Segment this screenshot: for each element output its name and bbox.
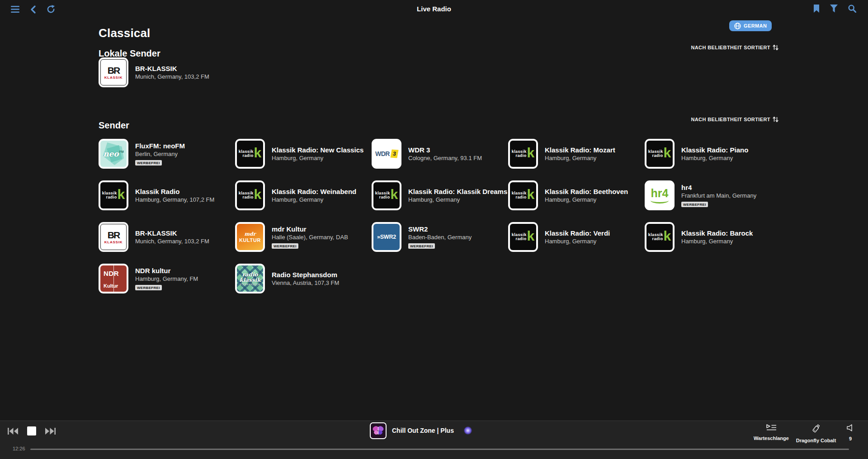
station-location: Hamburg, Germany bbox=[272, 196, 356, 203]
station-location: Baden-Baden, Germany bbox=[408, 234, 472, 241]
volume-level: 9 bbox=[849, 436, 852, 441]
volume-control[interactable]: 9 bbox=[840, 423, 861, 441]
station-name: BR-KLASSIK bbox=[135, 65, 209, 73]
sort-control-local[interactable]: NACH BELIEBTHEIT SORTIERT bbox=[691, 44, 778, 51]
station-location: Vienna, Austria, 107,3 FM bbox=[272, 279, 339, 287]
station-logo: hr4 bbox=[645, 180, 675, 210]
station-text: Klassik Radio: Verdi Hamburg, Germany bbox=[545, 229, 610, 245]
section-heading-sender: Sender bbox=[99, 120, 129, 131]
station-card[interactable]: neoFM FluxFM: neoFM Berlin, Germany WERB… bbox=[99, 139, 231, 169]
elapsed-time: 12:26 bbox=[13, 446, 25, 451]
station-text: Klassik Radio Hamburg, Germany, 107,2 FM bbox=[135, 188, 214, 203]
next-track-icon[interactable] bbox=[45, 427, 56, 435]
sort-control-sender[interactable]: NACH BELIEBTHEIT SORTIERT bbox=[691, 116, 778, 123]
language-filter-button[interactable]: GERMAN bbox=[729, 20, 772, 31]
station-location: Hamburg, Germany bbox=[545, 196, 628, 203]
station-text: hr4 Frankfurt am Main, Germany WERBEFREI bbox=[681, 184, 756, 208]
klassik-radio-logo: klassikradiok bbox=[510, 182, 536, 208]
station-location: Halle (Saale), Germany, DAB bbox=[272, 234, 348, 241]
station-logo: klassikradiok bbox=[372, 180, 401, 210]
search-icon[interactable] bbox=[848, 5, 856, 13]
station-card[interactable]: klassikradiok Klassik Radio: Klassik Dre… bbox=[372, 180, 504, 210]
stop-button[interactable] bbox=[27, 426, 36, 435]
station-card[interactable]: »SWR2 SWR2 Baden-Baden, Germany WERBEFRE… bbox=[372, 222, 504, 252]
station-logo: klassikradiok bbox=[99, 180, 128, 210]
station-text: SWR2 Baden-Baden, Germany WERBEFREI bbox=[408, 225, 472, 249]
station-text: Klassik Radio: New Classics Hamburg, Ger… bbox=[272, 146, 363, 162]
station-card[interactable]: klassikradiok Klassik Radio: Mozart Hamb… bbox=[508, 139, 640, 169]
station-card[interactable]: klassikradiok Klassik Radio: New Classic… bbox=[235, 139, 367, 169]
transport-controls bbox=[7, 426, 56, 435]
station-card[interactable]: WDR3 WDR 3 Cologne, Germany, 93.1 FM bbox=[372, 139, 504, 169]
queue-button[interactable]: Warteschlange bbox=[750, 423, 792, 441]
menu-icon[interactable] bbox=[11, 6, 19, 13]
station-text: Radio Stephansdom Vienna, Austria, 107,3… bbox=[272, 271, 339, 287]
station-card[interactable]: klassikradiok Klassik Radio: Verdi Hambu… bbox=[508, 222, 640, 252]
station-text: Klassik Radio: Piano Hamburg, Germany bbox=[681, 146, 748, 162]
page-title: Live Radio bbox=[0, 5, 868, 13]
klassik-radio-logo: klassikradiok bbox=[510, 224, 536, 250]
ad-free-badge: WERBEFREI bbox=[135, 160, 162, 166]
klassik-radio-logo: klassikradiok bbox=[237, 182, 263, 208]
butterfly-artwork bbox=[371, 423, 386, 438]
wdr3-logo: WDR3 bbox=[373, 141, 400, 167]
station-card[interactable]: klassikradiok Klassik Radio: Weinabend H… bbox=[235, 180, 367, 210]
station-card[interactable]: mdrKULTUR mdr Kultur Halle (Saale), Germ… bbox=[235, 222, 367, 252]
station-card[interactable]: NDRKultur NDR kultur Hamburg, Germany, F… bbox=[99, 264, 231, 293]
filter-icon[interactable] bbox=[830, 5, 838, 13]
station-location: Hamburg, Germany bbox=[545, 238, 610, 245]
queue-label: Warteschlange bbox=[754, 435, 789, 441]
player-bar: Chill Out Zone | Plus Warteschlange Dr bbox=[0, 421, 868, 459]
station-card[interactable]: BRKLASSIK BR-KLASSIK Munich, Germany, 10… bbox=[99, 57, 231, 87]
station-name: Klassik Radio: Verdi bbox=[545, 229, 610, 237]
station-card[interactable]: klassikradiok Klassik Radio: Beethoven H… bbox=[508, 180, 640, 210]
sort-label: NACH BELIEBTHEIT SORTIERT bbox=[691, 117, 770, 122]
back-icon[interactable] bbox=[30, 5, 36, 14]
station-location: Hamburg, Germany bbox=[681, 155, 748, 162]
station-logo: WDR3 bbox=[372, 139, 401, 169]
klassik-radio-logo: klassikradiok bbox=[100, 182, 127, 208]
station-name: mdr Kultur bbox=[272, 225, 348, 233]
station-card[interactable]: BRKLASSIK BR-KLASSIK Munich, Germany, 10… bbox=[99, 222, 231, 252]
station-name: Klassik Radio: Beethoven bbox=[545, 188, 628, 196]
station-card[interactable]: klassikradiok Klassik Radio Hamburg, Ger… bbox=[99, 180, 231, 210]
sort-label: NACH BELIEBTHEIT SORTIERT bbox=[691, 45, 770, 50]
station-card[interactable]: klassikradiok Klassik Radio: Piano Hambu… bbox=[645, 139, 777, 169]
previous-track-icon[interactable] bbox=[7, 427, 19, 435]
station-logo: radioklassikSTEPHANSDOM bbox=[235, 264, 265, 293]
station-text: Klassik Radio: Barock Hamburg, Germany bbox=[681, 229, 753, 245]
station-card[interactable]: klassikradiok Klassik Radio: Barock Hamb… bbox=[645, 222, 777, 252]
station-location: Hamburg, Germany bbox=[272, 155, 363, 162]
br-klassik-logo: BRKLASSIK bbox=[100, 224, 127, 250]
radio-stephansdom-logo: radioklassikSTEPHANSDOM bbox=[237, 265, 263, 292]
station-logo: klassikradiok bbox=[235, 180, 265, 210]
output-device-button[interactable]: Dragonfly Cobalt bbox=[794, 423, 838, 443]
progress-bar[interactable] bbox=[30, 449, 849, 450]
station-logo: mdrKULTUR bbox=[235, 222, 265, 252]
sort-arrows-icon bbox=[773, 44, 778, 51]
station-card[interactable]: hr4 hr4 Frankfurt am Main, Germany WERBE… bbox=[645, 180, 777, 210]
globe-icon bbox=[734, 23, 741, 29]
station-card[interactable]: radioklassikSTEPHANSDOM Radio Stephansdo… bbox=[235, 264, 367, 293]
station-name: Radio Stephansdom bbox=[272, 271, 339, 279]
genre-title: Classical bbox=[99, 26, 151, 40]
station-name: WDR 3 bbox=[408, 146, 482, 154]
bookmark-icon[interactable] bbox=[813, 5, 820, 13]
station-logo: NDRKultur bbox=[99, 264, 128, 293]
volume-icon bbox=[846, 423, 855, 432]
station-text: BR-KLASSIK Munich, Germany, 103,2 FM bbox=[135, 65, 209, 80]
station-name: Klassik Radio: Klassik Dreams bbox=[408, 188, 504, 196]
usb-dac-icon bbox=[811, 423, 821, 434]
station-location: Hamburg, Germany, FM bbox=[135, 275, 198, 283]
ad-free-badge: WERBEFREI bbox=[681, 202, 708, 207]
hr4-logo: hr4 bbox=[646, 182, 673, 208]
refresh-icon[interactable] bbox=[47, 5, 55, 14]
station-name: Klassik Radio: New Classics bbox=[272, 146, 363, 154]
mdr-kultur-logo: mdrKULTUR bbox=[237, 224, 263, 250]
station-location: Hamburg, Germany bbox=[408, 196, 504, 203]
station-name: BR-KLASSIK bbox=[135, 229, 209, 237]
station-name: Klassik Radio: Mozart bbox=[545, 146, 615, 154]
now-playing[interactable]: Chill Out Zone | Plus bbox=[370, 422, 472, 439]
station-text: FluxFM: neoFM Berlin, Germany WERBEFREI bbox=[135, 142, 185, 166]
ndr-kultur-logo: NDRKultur bbox=[100, 265, 127, 292]
